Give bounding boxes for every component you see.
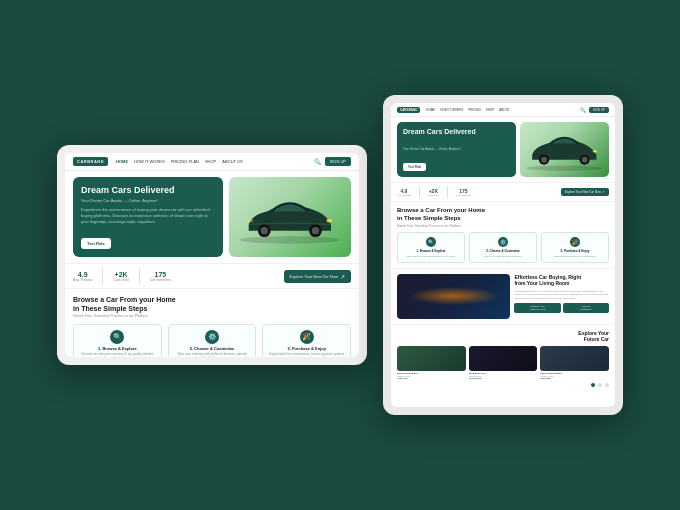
t-nav-home[interactable]: HOME: [426, 108, 435, 112]
svg-point-12: [593, 150, 597, 153]
tablet-eff-desc: Revolutionise the way you shop for cars …: [514, 290, 609, 301]
tablet-eff-buttons: Explore YourNew Car Now VariousSelection…: [514, 303, 609, 313]
hero-cta-button[interactable]: Test Ride: [81, 238, 111, 249]
t-step-2-desc: Tailor your selection with features.: [484, 255, 522, 258]
tablet-browse: Browse a Car From your Homein These Simp…: [391, 202, 615, 269]
nav-about[interactable]: ABOUT US: [222, 159, 242, 164]
t-nav-shop[interactable]: SHOP: [486, 108, 495, 112]
search-icon[interactable]: 🔍: [314, 158, 321, 165]
tablet-hero: Dream Cars Delivered Your Dream Car Awai…: [391, 117, 615, 182]
browse-icon: 🔍: [113, 333, 122, 341]
browse-section: Browse a Car From your Homein These Simp…: [65, 288, 359, 357]
gallery-dot-3[interactable]: [605, 383, 609, 387]
laptop-screen: CARBRAND HOME HOW IT WORKS PRICING PLAN …: [65, 153, 359, 357]
tablet-arrow-icon: ↗: [602, 190, 605, 194]
gallery-dot-1[interactable]: [591, 383, 595, 387]
t-browse-icon: 🔍: [428, 239, 434, 245]
t-nav-about[interactable]: ABOUT: [499, 108, 509, 112]
car-placeholder: [229, 177, 351, 257]
t-purchase-icon: 🎉: [572, 239, 578, 245]
step-2-title: 2. Choose & Customise: [190, 346, 235, 351]
tablet-eff-btn-1[interactable]: Explore YourNew Car Now: [514, 303, 560, 313]
tablet-browse-title: Browse a Car From your Homein These Simp…: [397, 207, 609, 223]
svg-point-4: [312, 227, 319, 234]
hero-description: Experience the convenience of buying you…: [81, 207, 215, 224]
svg-point-7: [526, 166, 602, 171]
tablet-nav-links: HOME HOW IT WORKS PRICING SHOP ABOUT: [426, 108, 573, 112]
step-3: 🎉 3. Purchase & Enjoy Enjoy hassle-free …: [262, 324, 351, 357]
step-1-title: 1. Browse & Explore: [98, 346, 137, 351]
steps-row: 🔍 1. Browse & Explore Discover an extens…: [73, 324, 351, 357]
tablet-eff-image: [397, 274, 510, 319]
tablet-hero-car-image: [520, 122, 609, 177]
t-stat-rating-label: Avg. Review: [397, 194, 411, 197]
t-nav-pricing[interactable]: PRICING: [468, 108, 481, 112]
gallery-car-2-price: $3,000,000: [469, 377, 538, 380]
tablet-signup-button[interactable]: SIGN UP: [589, 107, 609, 113]
hero-left-panel: Dream Cars Delivered Your Dream Car Awai…: [73, 177, 223, 257]
stats-row: 4.9 Avg. Review +2K Cars Sold 175 Car me…: [65, 263, 359, 288]
tablet-search-icon[interactable]: 🔍: [580, 107, 586, 113]
gallery-car-3[interactable]: 2022 Aston Martin Platform Sales $349,00…: [540, 346, 609, 380]
stat-rating-value: 4.9: [78, 271, 88, 278]
step-2: ⚙️ 2. Choose & Customise Tailor your sel…: [168, 324, 257, 357]
gallery-dot-2[interactable]: [598, 383, 602, 387]
tablet-explore-label: Explore Your New Car Now: [565, 190, 601, 194]
tablet-explore-button[interactable]: Explore Your New Car Now ↗: [561, 188, 609, 196]
t-stat-div-2: [447, 186, 448, 198]
stat-cars-sold-value: +2K: [115, 271, 128, 278]
customize-icon: ⚙️: [208, 333, 217, 341]
stat-rating: 4.9 Avg. Review: [73, 271, 92, 282]
gallery-car-3-image: [540, 346, 609, 371]
svg-point-9: [541, 157, 547, 163]
nav-logo: CARBRAND: [73, 157, 108, 166]
hero-subtitle: Your Dream Car Awaits — Online, Anytime!: [81, 198, 215, 204]
tablet-nav-logo: CARBRAND: [397, 107, 420, 113]
explore-button[interactable]: Explore Your New Car Now ↗: [284, 270, 351, 283]
svg-point-11: [582, 157, 588, 163]
t-step-1-desc: Discover an extensive inventory from hom…: [407, 255, 456, 258]
gallery-car-2[interactable]: 2023 BUGATTI Platform Sales $3,000,000: [469, 346, 538, 380]
tablet-browse-subtitle: Hassle Free, Seamless Process on our Pla…: [397, 224, 609, 228]
gallery-car-2-image: [469, 346, 538, 371]
t-stat-sold: +2K Cars Sold: [428, 188, 439, 197]
step-2-desc: Tailor your selection with preferred fea…: [174, 353, 251, 357]
nav-how[interactable]: HOW IT WORKS: [134, 159, 165, 164]
arrow-icon: ↗: [340, 273, 345, 280]
t-step-1: 🔍 1. Browse & Explore Discover an extens…: [397, 232, 465, 263]
tablet-eff-content: Effortless Car Buying, Rightfrom Your Li…: [514, 274, 609, 319]
nav-icons: 🔍 SIGN UP: [314, 157, 351, 166]
gallery-car-1[interactable]: 2023 Porsche 911 Platform Sales $204,940: [397, 346, 466, 380]
purchase-icon: 🎉: [302, 333, 311, 341]
browse-title: Browse a Car From your Homein These Simp…: [73, 295, 351, 313]
tablet-mockup: CARBRAND HOME HOW IT WORKS PRICING SHOP …: [383, 95, 623, 415]
hero-title: Dream Cars Delivered: [81, 185, 215, 196]
svg-point-2: [261, 227, 268, 234]
navbar: CARBRAND HOME HOW IT WORKS PRICING PLAN …: [65, 153, 359, 171]
t-step-2-title: 2. Choose & Customise: [486, 249, 520, 253]
signup-button[interactable]: SIGN UP: [325, 157, 351, 166]
nav-home[interactable]: HOME: [116, 159, 128, 164]
stat-divider-2: [139, 268, 140, 284]
tablet-steps: 🔍 1. Browse & Explore Discover an extens…: [397, 232, 609, 263]
tablet-gallery-grid: 2023 Porsche 911 Platform Sales $204,940…: [397, 346, 609, 380]
stat-cars-sold: +2K Cars Sold: [113, 271, 128, 282]
t-step-3-circle: 🎉: [570, 237, 580, 247]
tablet-hero-cta[interactable]: Test Ride: [403, 163, 426, 171]
hero-section: Dream Cars Delivered Your Dream Car Awai…: [65, 171, 359, 263]
stat-divider-1: [102, 268, 103, 284]
t-stat-div-1: [419, 186, 420, 198]
t-step-3-title: 3. Purchase & Enjoy: [561, 249, 590, 253]
t-nav-how[interactable]: HOW IT WORKS: [440, 108, 463, 112]
t-step-1-circle: 🔍: [426, 237, 436, 247]
stat-members-value: 175: [155, 271, 167, 278]
svg-point-6: [248, 219, 253, 223]
t-step-3-desc: Hassle-free transactions & paperwork.: [554, 255, 596, 258]
hero-car-image: [229, 177, 351, 257]
nav-shop[interactable]: SHOP: [205, 159, 216, 164]
nav-pricing[interactable]: PRICING PLAN: [171, 159, 199, 164]
step-2-icon-circle: ⚙️: [205, 330, 219, 344]
tablet-hero-left: Dream Cars Delivered Your Dream Car Awai…: [397, 122, 516, 177]
tablet-effortless: Effortless Car Buying, Rightfrom Your Li…: [391, 269, 615, 325]
tablet-eff-btn-2[interactable]: VariousSelections: [563, 303, 609, 313]
